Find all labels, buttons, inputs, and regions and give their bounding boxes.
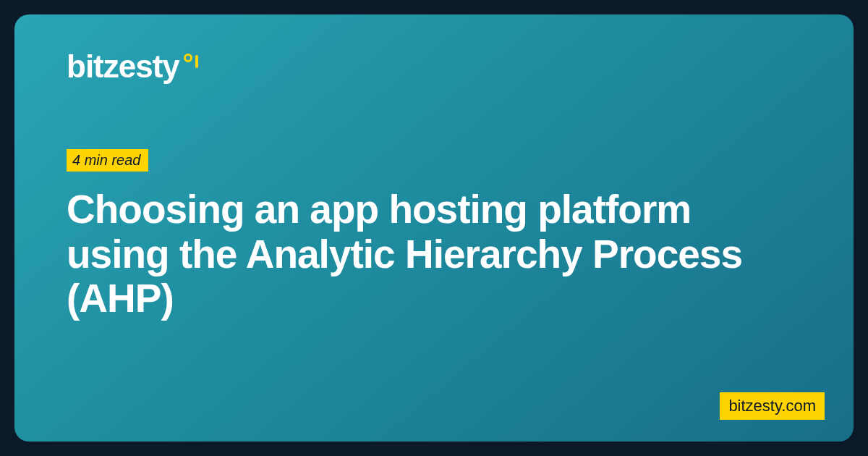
brand-logo: bitzesty bbox=[67, 51, 801, 83]
read-time-badge: 4 min read bbox=[67, 149, 148, 172]
brand-name: bitzesty bbox=[67, 51, 179, 83]
content-block: 4 min read Choosing an app hosting platf… bbox=[67, 149, 801, 321]
brand-mark-icon bbox=[184, 54, 198, 68]
site-domain-badge: bitzesty.com bbox=[720, 392, 825, 420]
social-card: bitzesty 4 min read Choosing an app host… bbox=[14, 14, 854, 442]
bar-icon bbox=[195, 55, 198, 68]
post-title: Choosing an app hosting platform using t… bbox=[67, 187, 761, 321]
circle-icon bbox=[184, 54, 192, 62]
